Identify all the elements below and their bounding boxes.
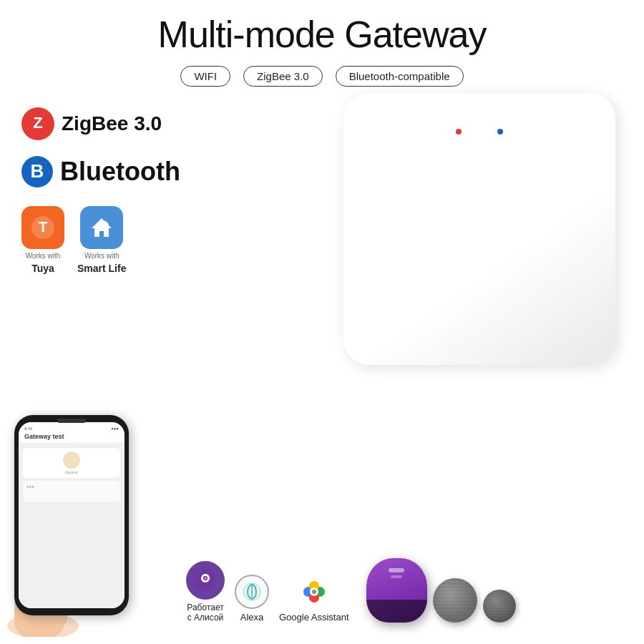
zigbee-label: ZigBee 3.0 <box>62 112 162 135</box>
google-label: Google Assistant <box>279 612 349 623</box>
tuya-icon-box: T <box>21 206 64 249</box>
zigbee-row: Z ZigBee 3.0 <box>21 107 229 140</box>
phone-screen: 9:41●●● Gateway test device ●●● <box>19 422 125 608</box>
svg-text:Z: Z <box>33 114 42 132</box>
phone-app-title: Gateway test <box>24 433 119 440</box>
led-red <box>456 129 462 135</box>
smartlife-app-item: Works with Smart Life <box>77 206 126 274</box>
gateway-device <box>343 93 615 365</box>
bluetooth-label: Bluetooth <box>60 157 180 187</box>
tuya-works-with-label: Works with <box>26 252 61 260</box>
led-blue <box>497 129 503 135</box>
phone-card-1: device <box>23 448 120 478</box>
zigbee-icon: Z <box>21 107 54 140</box>
smartlife-icon <box>88 214 115 241</box>
alice-icon <box>186 561 225 600</box>
phone-app-content: device ●●● <box>19 444 125 608</box>
speakers-area <box>366 558 516 623</box>
bluetooth-icon: B <box>21 156 53 187</box>
google-assistant-item: Google Assistant <box>279 575 349 623</box>
google-icon <box>297 575 331 609</box>
phone-device: 9:41●●● Gateway test device ●●● <box>14 415 129 615</box>
page: Multi-mode Gateway WIFI ZigBee 3.0 Bluet… <box>0 0 644 644</box>
alice-item: Работаетс Алисой <box>186 561 225 623</box>
tuya-app-item: T Works with Tuya <box>21 206 64 274</box>
svg-point-17 <box>205 577 206 579</box>
tuya-icon: T <box>29 214 57 241</box>
badge-bluetooth: Bluetooth-compatible <box>336 66 464 87</box>
page-title: Multi-mode Gateway <box>0 0 644 56</box>
echo-speaker-large <box>433 578 477 623</box>
alice-logo <box>194 569 217 592</box>
smartlife-icon-box <box>80 206 123 249</box>
phone-card-2: ●●● <box>23 481 120 502</box>
smartlife-works-with-label: Works with <box>84 252 119 260</box>
alexa-item: Alexa <box>235 575 269 623</box>
bottom-section: Работаетс Алисой Alexa <box>186 558 623 623</box>
phone-area: 9:41●●● Gateway test device ●●● <box>14 401 172 615</box>
tuya-main-label: Tuya <box>31 263 54 274</box>
app-icons-row: T Works with Tuya Works with Smart <box>21 206 229 274</box>
alice-label: Работаетс Алисой <box>187 602 223 623</box>
smartlife-main-label: Smart Life <box>77 263 126 274</box>
yandex-speaker <box>366 558 427 623</box>
svg-point-26 <box>312 590 316 594</box>
alexa-logo <box>241 581 263 602</box>
echo-speaker-small <box>483 590 516 623</box>
badge-row: WIFI ZigBee 3.0 Bluetooth-compatible <box>0 66 644 87</box>
google-logo <box>300 577 328 606</box>
alexa-label: Alexa <box>240 612 264 623</box>
svg-text:B: B <box>31 160 44 182</box>
svg-text:T: T <box>39 219 47 235</box>
badge-zigbee: ZigBee 3.0 <box>243 66 323 87</box>
left-panel: Z ZigBee 3.0 B Bluetooth T <box>21 100 229 274</box>
phone-status-bar: 9:41●●● Gateway test <box>19 422 125 444</box>
badge-wifi: WIFI <box>180 66 230 87</box>
alexa-icon <box>235 575 269 609</box>
bluetooth-row: B Bluetooth <box>21 156 229 187</box>
